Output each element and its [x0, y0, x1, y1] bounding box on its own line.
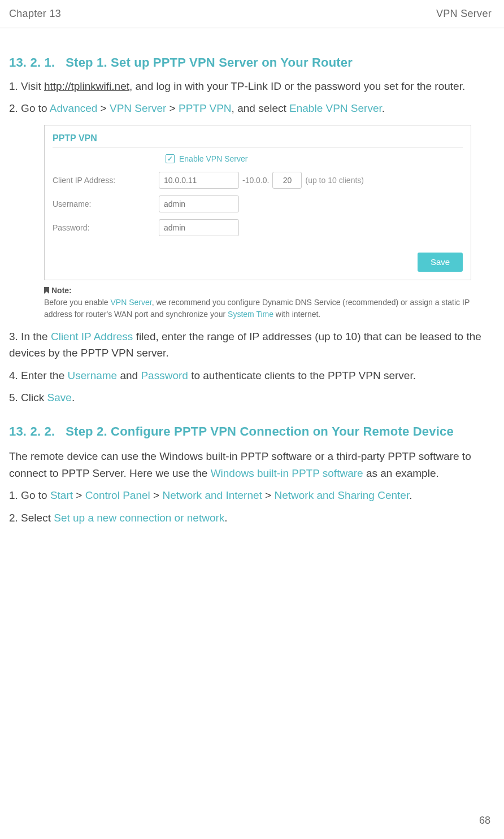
- note-block: Note: Before you enable VPN Server, we r…: [44, 285, 492, 320]
- text: Before you enable: [44, 298, 111, 307]
- text: .: [382, 102, 385, 114]
- enable-vpn-checkbox[interactable]: ✓: [166, 154, 175, 163]
- text: 1. Visit: [9, 80, 44, 92]
- client-ip-hint: (up to 10 clients): [305, 176, 364, 185]
- section-heading-1: 13. 2. 1. Step 1. Set up PPTP VPN Server…: [9, 55, 492, 70]
- ui-term-network-sharing: Network and Sharing Center: [274, 489, 409, 501]
- password-label: Password:: [53, 223, 159, 232]
- ui-term-vpn-server: VPN Server: [110, 102, 166, 114]
- ui-term-windows-pptp: Windows built-in PPTP software: [211, 467, 363, 479]
- section-number: 13. 2. 1.: [9, 55, 55, 69]
- section2-intro: The remote device can use the Windows bu…: [9, 448, 492, 481]
- section-title: Step 2. Configure PPTP VPN Connection on…: [66, 424, 454, 438]
- text: 2. Go to: [9, 102, 50, 114]
- text: 4. Enter the: [9, 369, 68, 381]
- enable-vpn-label: Enable VPN Server: [179, 154, 247, 163]
- text: as an example.: [363, 467, 439, 479]
- client-ip-label: Client IP Address:: [53, 176, 159, 185]
- divider: [53, 147, 463, 147]
- client-ip-row: Client IP Address: 10.0.0.11 -10.0.0. 20…: [53, 171, 463, 189]
- ui-term-vpn-server: VPN Server: [111, 298, 152, 307]
- ui-term-client-ip: Client IP Address: [51, 331, 133, 342]
- section-heading-2: 13. 2. 2. Step 2. Configure PPTP VPN Con…: [9, 423, 492, 441]
- pptp-vpn-screenshot: PPTP VPN ✓ Enable VPN Server Client IP A…: [44, 125, 471, 280]
- text: to authenticate clients to the PPTP VPN …: [188, 369, 416, 381]
- save-button[interactable]: Save: [418, 253, 463, 272]
- username-input[interactable]: admin: [159, 195, 239, 212]
- username-label: Username:: [53, 199, 159, 208]
- ui-term-network-internet: Network and Internet: [162, 489, 262, 501]
- ui-term-enable-vpn: Enable VPN Server: [289, 102, 382, 114]
- note-label: Note:: [44, 285, 492, 297]
- ui-term-username: Username: [68, 369, 118, 381]
- step-2: 2. Go to Advanced > VPN Server > PPTP VP…: [9, 100, 492, 116]
- section-title: Step 1. Set up PPTP VPN Server on Your R…: [66, 55, 353, 69]
- ui-term-start: Start: [50, 489, 73, 501]
- sec2-step-2: 2. Select Set up a new connection or net…: [9, 510, 492, 526]
- section-label: VPN Server: [436, 8, 492, 20]
- enable-vpn-row: ✓ Enable VPN Server: [166, 154, 463, 163]
- panel-footer: Save: [45, 253, 471, 280]
- text: 5. Click: [9, 392, 47, 403]
- text: 3. In the: [9, 331, 51, 342]
- username-row: Username: admin: [53, 195, 463, 213]
- text: .: [72, 392, 75, 403]
- ui-term-pptp-vpn: PPTP VPN: [179, 102, 232, 114]
- ui-term-advanced: Advanced: [50, 102, 98, 114]
- text: with internet.: [273, 310, 320, 319]
- password-row: Password: admin: [53, 219, 463, 237]
- step-4: 4. Enter the Username and Password to au…: [9, 367, 492, 384]
- note-label-text: Note:: [51, 285, 72, 297]
- section-number: 13. 2. 2.: [9, 424, 55, 438]
- text: , and log in with your TP-Link ID or the…: [129, 80, 465, 92]
- page-header: Chapter 13 VPN Server: [0, 0, 504, 28]
- page-number: 68: [479, 815, 490, 827]
- step-3: 3. In the Client IP Address filed, enter…: [9, 328, 492, 362]
- ui-term-system-time: System Time: [228, 310, 273, 319]
- tplink-url-link[interactable]: http://tplinkwifi.net: [44, 80, 129, 92]
- ui-term-new-connection: Set up a new connection or network: [54, 512, 224, 524]
- text: .: [409, 489, 412, 501]
- step-5: 5. Click Save.: [9, 389, 492, 406]
- step-1: 1. Visit http://tplinkwifi.net, and log …: [9, 78, 492, 94]
- ip-range-sep: -10.0.0.: [242, 176, 269, 185]
- text: 1. Go to: [9, 489, 50, 501]
- client-ip-end-input[interactable]: 20: [272, 172, 302, 189]
- client-ip-start-input[interactable]: 10.0.0.11: [159, 172, 239, 189]
- panel-title: PPTP VPN: [45, 125, 471, 147]
- text: 2. Select: [9, 512, 54, 524]
- page-content: 13. 2. 1. Step 1. Set up PPTP VPN Server…: [0, 28, 504, 526]
- chapter-label: Chapter 13: [9, 8, 61, 20]
- ui-term-password: Password: [141, 369, 188, 381]
- ui-term-control-panel: Control Panel: [85, 489, 150, 501]
- ui-term-save: Save: [47, 392, 72, 403]
- text: , and select: [232, 102, 289, 114]
- text: .: [224, 512, 227, 524]
- bookmark-icon: [44, 287, 49, 294]
- password-input[interactable]: admin: [159, 219, 239, 236]
- sec2-step-1: 1. Go to Start > Control Panel > Network…: [9, 487, 492, 503]
- text: and: [117, 369, 141, 381]
